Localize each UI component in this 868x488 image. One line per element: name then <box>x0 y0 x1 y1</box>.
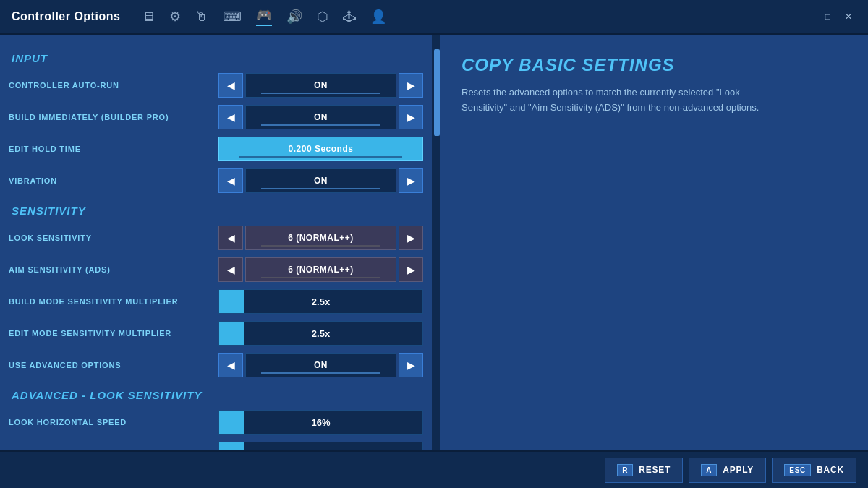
build-immediately-value: ON <box>245 105 396 129</box>
aim-sensitivity-value: 6 (NORMAL++) <box>245 257 396 282</box>
apply-key: A <box>701 464 717 476</box>
keyboard-icon[interactable]: ⌨ <box>223 9 242 25</box>
look-vertical-speed-row: LOOK VERTICAL SPEED 16% <box>9 440 423 450</box>
use-advanced-options-value: ON <box>245 353 396 377</box>
sensitivity-section-header: SENSITIVITY <box>12 205 423 217</box>
build-immediately-label: BUILD IMMEDIATELY (BUILDER PRO) <box>9 113 218 121</box>
audio-icon[interactable]: 🔊 <box>286 9 302 25</box>
advanced-look-section-header: ADVANCED - LOOK SENSITIVITY <box>12 389 423 401</box>
bottom-bar: R RESET A APPLY ESC BACK <box>0 450 868 488</box>
look-vertical-speed-label: LOOK VERTICAL SPEED <box>9 450 218 450</box>
build-mode-sensitivity-label: BUILD MODE SENSITIVITY MULTIPLIER <box>9 297 218 306</box>
display-icon[interactable]: 🖱 <box>195 9 208 25</box>
look-sensitivity-row: LOOK SENSITIVITY ◀ 6 (NORMAL++) ▶ <box>9 224 423 252</box>
input-section-header: INPUT <box>12 52 423 64</box>
controller-icon[interactable]: 🎮 <box>256 7 272 26</box>
vibration-left[interactable]: ◀ <box>218 168 243 193</box>
look-sens-underline <box>261 245 381 247</box>
look-sensitivity-value: 6 (NORMAL++) <box>245 226 396 250</box>
back-label: BACK <box>817 465 844 475</box>
right-panel: COPY BASIC SETTINGS Resets the advanced … <box>440 35 868 450</box>
main-layout: INPUT CONTROLLER AUTO-RUN ◀ ON ▶ BUILD I… <box>0 35 868 450</box>
nav-icons: 🖥 ⚙ 🖱 ⌨ 🎮 🔊 ⬡ 🕹 👤 <box>142 7 386 26</box>
edit-mode-sensitivity-value[interactable]: 2.5x <box>218 321 423 346</box>
look-vertical-speed-control: 16% <box>218 442 423 450</box>
controller-auto-run-right[interactable]: ▶ <box>399 73 423 98</box>
window-title: Controller Options <box>12 10 120 23</box>
edit-mode-sensitivity-row: EDIT MODE SENSITIVITY MULTIPLIER 2.5x <box>9 320 423 347</box>
look-vertical-speed-value[interactable]: 16% <box>218 442 423 450</box>
edit-mode-bar-fill <box>219 322 244 345</box>
edit-hold-time-label: EDIT HOLD TIME <box>9 145 218 153</box>
title-bar: Controller Options 🖥 ⚙ 🖱 ⌨ 🎮 🔊 ⬡ 🕹 👤 — □… <box>0 0 868 35</box>
aim-sensitivity-left[interactable]: ◀ <box>218 257 243 282</box>
controller-auto-run-label: CONTROLLER AUTO-RUN <box>9 81 218 90</box>
reset-key: R <box>617 464 633 476</box>
look-horiz-bar <box>219 411 244 434</box>
close-button[interactable]: ✕ <box>841 10 856 23</box>
edit-hold-underline <box>239 156 402 158</box>
value-underline-2 <box>261 124 381 126</box>
gamepad-icon[interactable]: 🕹 <box>343 9 356 25</box>
value-underline <box>261 93 381 94</box>
build-mode-sensitivity-row: BUILD MODE SENSITIVITY MULTIPLIER 2.5x <box>9 288 423 315</box>
vibration-underline <box>261 188 381 189</box>
edit-hold-time-value[interactable]: 0.200 Seconds <box>218 137 423 161</box>
edit-hold-time-row: EDIT HOLD TIME 0.200 Seconds <box>9 135 423 163</box>
look-horizontal-speed-label: LOOK HORIZONTAL SPEED <box>9 418 218 427</box>
window-controls: — □ ✕ <box>798 10 856 23</box>
vibration-label: VIBRATION <box>9 176 218 185</box>
apply-label: APPLY <box>723 465 754 475</box>
build-immediately-left[interactable]: ◀ <box>218 105 243 129</box>
use-advanced-options-label: USE ADVANCED OPTIONS <box>9 361 218 369</box>
left-panel: INPUT CONTROLLER AUTO-RUN ◀ ON ▶ BUILD I… <box>0 35 434 450</box>
use-advanced-options-left[interactable]: ◀ <box>218 353 243 377</box>
account-icon[interactable]: 👤 <box>370 9 386 25</box>
edit-mode-sensitivity-control: 2.5x <box>218 321 423 346</box>
apply-button[interactable]: A APPLY <box>689 458 766 483</box>
back-key: ESC <box>784 464 811 476</box>
copy-settings-description: Resets the advanced options to match the… <box>461 85 765 116</box>
scroll-thumb[interactable] <box>434 49 440 136</box>
aim-sensitivity-row: AIM SENSITIVITY (ADS) ◀ 6 (NORMAL++) ▶ <box>9 256 423 283</box>
look-sensitivity-right[interactable]: ▶ <box>399 226 423 250</box>
vibration-value: ON <box>245 168 396 193</box>
use-advanced-options-row: USE ADVANCED OPTIONS ◀ ON ▶ <box>9 351 423 379</box>
use-advanced-options-control: ◀ ON ▶ <box>218 353 423 377</box>
controller-auto-run-value: ON <box>245 73 396 98</box>
network-icon[interactable]: ⬡ <box>317 9 328 25</box>
edit-hold-time-control: 0.200 Seconds <box>218 137 423 161</box>
build-mode-sensitivity-value[interactable]: 2.5x <box>218 289 423 314</box>
copy-settings-title: COPY BASIC SETTINGS <box>461 55 846 75</box>
vibration-row: VIBRATION ◀ ON ▶ <box>9 167 423 194</box>
minimize-button[interactable]: — <box>798 10 815 23</box>
look-sensitivity-control: ◀ 6 (NORMAL++) ▶ <box>218 226 423 250</box>
build-mode-bar-fill <box>219 290 244 313</box>
gear-icon[interactable]: ⚙ <box>169 9 181 25</box>
controller-auto-run-left[interactable]: ◀ <box>218 73 243 98</box>
controller-auto-run-control: ◀ ON ▶ <box>218 73 423 98</box>
aim-sensitivity-label: AIM SENSITIVITY (ADS) <box>9 265 218 274</box>
build-immediately-row: BUILD IMMEDIATELY (BUILDER PRO) ◀ ON ▶ <box>9 103 423 131</box>
look-sensitivity-left[interactable]: ◀ <box>218 226 243 250</box>
reset-label: RESET <box>639 465 671 475</box>
maximize-button[interactable]: □ <box>821 10 835 23</box>
build-immediately-control: ◀ ON ▶ <box>218 105 423 129</box>
aim-sens-underline <box>261 277 381 278</box>
reset-button[interactable]: R RESET <box>605 458 683 483</box>
controller-auto-run-row: CONTROLLER AUTO-RUN ◀ ON ▶ <box>9 72 423 99</box>
advanced-opt-underline <box>261 372 381 374</box>
vibration-control: ◀ ON ▶ <box>218 168 423 193</box>
scroll-indicator <box>434 35 440 450</box>
look-horizontal-speed-value[interactable]: 16% <box>218 410 423 435</box>
back-button[interactable]: ESC BACK <box>772 458 856 483</box>
aim-sensitivity-control: ◀ 6 (NORMAL++) ▶ <box>218 257 423 282</box>
aim-sensitivity-right[interactable]: ▶ <box>399 257 423 282</box>
look-sensitivity-label: LOOK SENSITIVITY <box>9 234 218 242</box>
build-immediately-right[interactable]: ▶ <box>399 105 423 129</box>
look-vert-bar <box>219 442 244 450</box>
vibration-right[interactable]: ▶ <box>399 168 423 193</box>
monitor-icon[interactable]: 🖥 <box>142 9 155 25</box>
build-mode-sensitivity-control: 2.5x <box>218 289 423 314</box>
use-advanced-options-right[interactable]: ▶ <box>399 353 423 377</box>
